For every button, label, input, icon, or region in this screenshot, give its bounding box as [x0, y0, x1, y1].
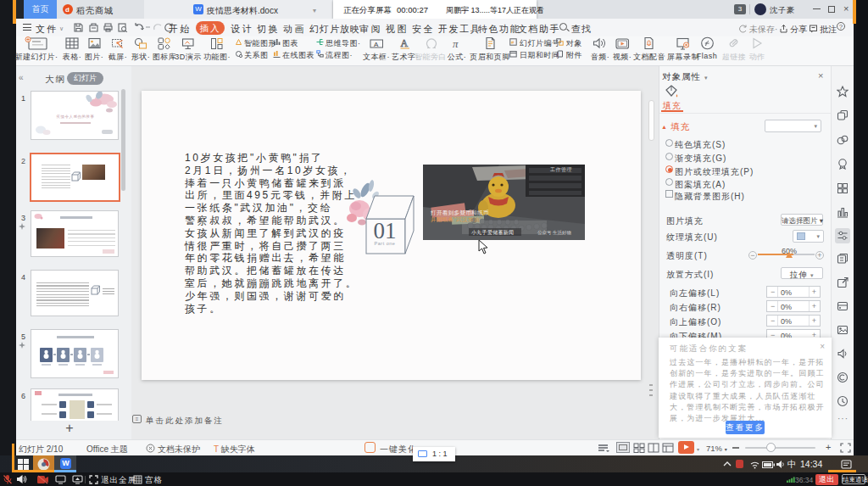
svg-text:A: A: [374, 41, 379, 48]
svg-text:#: #: [511, 40, 515, 45]
svg-text:Part one: Part one: [375, 241, 396, 246]
svg-text:01: 01: [374, 218, 397, 243]
svg-text:打开看到多疑币和纸币: 打开看到多疑币和纸币: [430, 209, 489, 216]
svg-text:π: π: [453, 37, 459, 50]
svg-text:A: A: [401, 37, 409, 49]
svg-text:公众号 生活好物: 公众号 生活好物: [537, 230, 571, 236]
svg-text:工作管理: 工作管理: [550, 166, 572, 173]
svg-text:并附纸条"武汉加油": 并附纸条"武汉加油": [431, 216, 482, 223]
svg-text:小丸子爱储蓄新闻: 小丸子爱储蓄新闻: [471, 229, 514, 236]
